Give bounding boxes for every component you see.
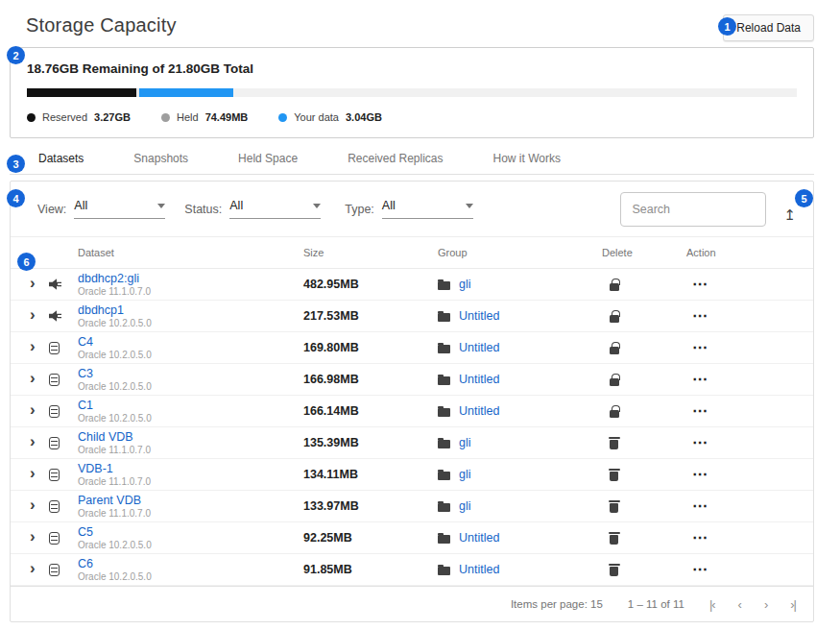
expand-icon[interactable]: › [30,306,36,326]
view-filter: View: All [37,199,165,219]
expand-icon[interactable]: › [30,497,36,516]
more-actions-icon[interactable]: ⋯ [692,503,708,509]
expand-icon[interactable]: › [30,275,36,294]
dataset-subtitle: Oracle 10.2.0.5.0 [78,413,152,424]
expand-icon[interactable]: › [30,338,36,357]
more-actions-icon[interactable]: ⋯ [692,472,708,477]
first-page-icon[interactable]: |‹ [709,597,715,612]
expand-icon[interactable]: › [30,465,36,484]
last-page-icon[interactable]: ›| [790,597,796,612]
more-actions-icon[interactable]: ⋯ [692,567,708,572]
status-filter: Status: All [184,199,321,219]
next-page-icon[interactable]: › [764,597,767,612]
more-actions-icon[interactable]: ⋯ [692,345,708,351]
dataset-name-link[interactable]: C4 [78,335,93,349]
dataset-size: 169.80MB [299,341,431,354]
table-row: › C6 Oracle 10.2.0.5.0 91.85MB Untitled … [11,554,813,586]
delete-icon[interactable] [610,440,618,449]
column-dataset: Dataset [78,247,299,258]
export-icon[interactable]: ↥ [783,207,796,222]
tab-held-space[interactable]: Held Space [238,152,298,171]
group-link[interactable]: Untitled [459,563,499,576]
group-link[interactable]: Untitled [459,373,499,386]
type-select-value: All [382,199,396,212]
dataset-type-icon [49,564,60,576]
page-title: Storage Capacity [26,14,177,36]
more-actions-icon[interactable]: ⋯ [692,313,708,319]
expand-icon[interactable]: › [30,370,36,389]
reload-data-button[interactable]: Reload Data [723,14,814,41]
more-actions-icon[interactable]: ⋯ [692,281,708,287]
group-link[interactable]: Untitled [459,341,499,354]
view-filter-label: View: [37,203,66,216]
delete-icon[interactable] [610,472,618,481]
folder-icon [438,313,450,322]
tab-how-it-works[interactable]: How it Works [493,152,561,171]
dataset-subtitle: Oracle 11.1.0.7.0 [78,508,151,519]
dataset-type-icon [49,342,60,354]
more-actions-icon[interactable]: ⋯ [692,440,708,446]
group-link[interactable]: gli [459,468,471,481]
dataset-name-link[interactable]: dbdhcp2:gli [78,272,139,285]
caret-down-icon [157,204,165,208]
dataset-name-link[interactable]: Child VDB [78,430,133,444]
group-link[interactable]: Untitled [459,404,499,418]
delete-icon[interactable] [610,347,619,354]
folder-icon [438,535,450,544]
dataset-name-link[interactable]: C5 [78,525,93,539]
group-link[interactable]: Untitled [459,531,499,545]
group-link[interactable]: Untitled [459,309,499,323]
more-actions-icon[interactable]: ⋯ [692,376,708,382]
delete-icon[interactable] [610,567,618,576]
group-link[interactable]: gli [459,278,471,291]
status-select[interactable]: All [229,199,321,219]
expand-icon[interactable]: › [30,560,36,579]
type-select[interactable]: All [382,199,473,219]
delete-icon[interactable] [610,503,618,513]
dataset-type-icon [49,437,60,449]
items-per-page-value[interactable]: 15 [590,598,603,610]
table-row: › dbdhcp1 Oracle 10.2.0.5.0 217.53MB Unt… [11,301,813,332]
dataset-name-link[interactable]: C6 [78,557,93,570]
delete-icon[interactable] [610,315,619,323]
view-select[interactable]: All [74,199,165,219]
previous-page-icon[interactable]: ‹ [738,597,741,612]
group-link[interactable]: gli [459,499,471,513]
dataset-name-link[interactable]: C1 [78,399,93,412]
legend-item-your-data: Your data 3.04GB [278,111,382,123]
folder-icon [438,440,450,448]
delete-icon[interactable] [610,410,619,418]
tab-datasets[interactable]: Datasets [38,152,84,171]
table-row: › C4 Oracle 10.2.0.5.0 169.80MB Untitled… [11,332,813,364]
tab-snapshots[interactable]: Snapshots [133,152,188,171]
held-dot-icon [161,113,170,122]
table-row: › Parent VDB Oracle 11.1.0.7.0 133.97MB … [11,491,813,522]
dataset-type-icon [49,279,61,291]
filter-bar: View: All Status: All Type: All [11,182,813,237]
delete-icon[interactable] [610,283,619,291]
table-row: › VDB-1 Oracle 11.1.0.7.0 134.11MB gli ⋯ [11,459,813,491]
table-header: Dataset Size Group Delete Action [11,237,813,269]
group-link[interactable]: gli [459,436,471,449]
more-actions-icon[interactable]: ⋯ [692,535,708,541]
dataset-size: 166.14MB [299,404,431,418]
callout-3: 3 [7,155,25,173]
search-input[interactable] [620,192,766,227]
expand-icon[interactable]: › [30,528,36,547]
dataset-size: 217.53MB [299,309,431,323]
expand-icon[interactable]: › [30,401,36,421]
type-filter: Type: All [345,199,473,219]
delete-icon[interactable] [610,378,619,386]
more-actions-icon[interactable]: ⋯ [692,408,708,414]
dataset-subtitle: Oracle 11.1.0.7.0 [78,445,151,455]
dataset-name-link[interactable]: C3 [78,367,93,380]
expand-icon[interactable]: › [30,433,36,452]
dataset-name-link[interactable]: VDB-1 [78,462,113,475]
tab-received-replicas[interactable]: Received Replicas [348,152,443,171]
delete-icon[interactable] [610,535,618,545]
dataset-size: 134.11MB [299,468,431,481]
caret-down-icon [313,204,321,208]
dataset-name-link[interactable]: dbdhcp1 [78,303,124,317]
view-select-value: All [74,199,87,212]
dataset-name-link[interactable]: Parent VDB [78,494,141,507]
